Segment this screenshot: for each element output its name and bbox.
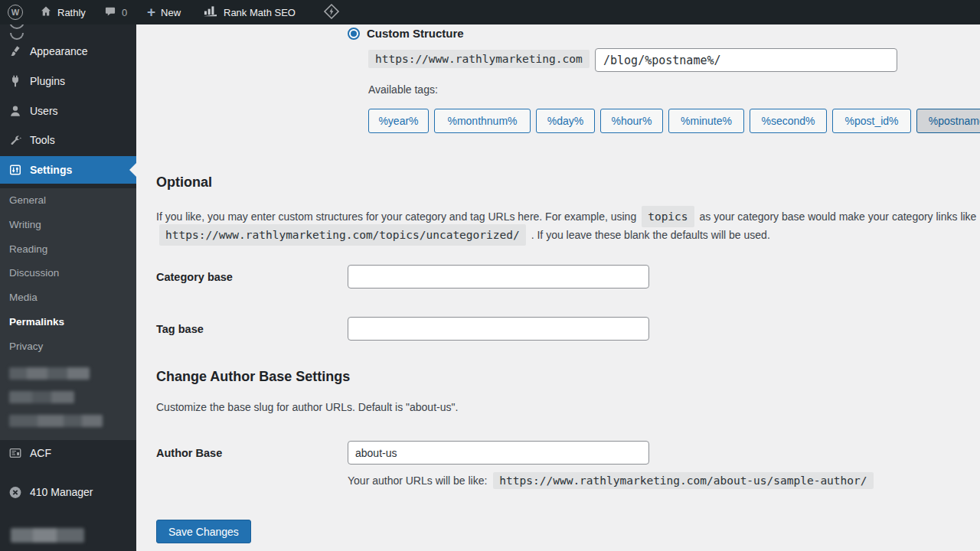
rank-math-chart-icon xyxy=(202,5,218,20)
paintbrush-icon xyxy=(8,44,22,58)
sidebar-item-410-manager[interactable]: 410 Manager xyxy=(0,481,136,504)
submenu-item-discussion[interactable]: Discussion xyxy=(9,267,59,282)
available-tags-label: Available tags: xyxy=(368,83,438,96)
available-tags-row: %year% %monthnum% %day% %hour% %minute% … xyxy=(368,109,980,133)
permalink-structure-input[interactable] xyxy=(595,48,897,72)
site-name-button[interactable]: Rathly xyxy=(40,0,86,24)
author-url-helper: Your author URLs will be like: https://w… xyxy=(348,472,874,489)
sidebar-item-label: Users xyxy=(30,105,58,117)
diamond-bolt-icon xyxy=(323,3,340,22)
category-base-input[interactable] xyxy=(348,265,649,289)
rank-math-label: Rank Math SEO xyxy=(224,7,296,18)
sidebar-item-label: 410 Manager xyxy=(30,486,93,498)
sidebar-item-label: ACF xyxy=(30,447,51,459)
site-url-prefix: https://www.rathlymarketing.com xyxy=(368,50,590,68)
sidebar-item-label: Tools xyxy=(30,134,55,146)
site-name-label: Rathly xyxy=(57,7,86,18)
author-base-input[interactable] xyxy=(348,441,649,465)
comments-button[interactable]: 0 xyxy=(104,0,127,24)
tag-button-second[interactable]: %second% xyxy=(750,109,827,133)
tag-button-postname[interactable]: %postname% xyxy=(916,109,980,133)
save-changes-button[interactable]: Save Changes xyxy=(156,520,251,543)
category-base-label: Category base xyxy=(156,271,233,283)
tag-button-post-id[interactable]: %post_id% xyxy=(832,109,911,133)
sidebar-item-settings[interactable]: Settings xyxy=(0,156,136,184)
sidebar-item-tools[interactable]: Tools xyxy=(0,126,136,154)
optional-text-end: . If you leave these blank the defaults … xyxy=(531,227,770,243)
author-url-example-code: https://www.rathlymarketing.com/about-us… xyxy=(493,472,873,489)
redacted-submenu-item xyxy=(9,415,103,427)
tag-button-minute[interactable]: %minute% xyxy=(668,109,744,133)
rank-math-seo-button[interactable]: Rank Math SEO xyxy=(202,0,296,24)
tag-button-day[interactable]: %day% xyxy=(536,109,595,133)
home-icon xyxy=(40,5,52,20)
author-url-helper-label: Your author URLs will be like: xyxy=(348,474,487,487)
sidebar-item-label: Settings xyxy=(30,164,72,176)
sidebar-item-plugins[interactable]: Plugins xyxy=(0,67,136,95)
submenu-item-reading[interactable]: Reading xyxy=(9,243,47,259)
redacted-submenu-item xyxy=(9,367,90,380)
optional-text-post: as your category base would make your ca… xyxy=(700,208,977,225)
acf-form-icon xyxy=(8,446,22,460)
redacted-plugin-item xyxy=(6,513,83,526)
optional-text-pre: If you like, you may enter custom struct… xyxy=(156,208,636,225)
sidebar-item-users[interactable]: Users xyxy=(0,97,136,125)
sidebar-item-appearance[interactable]: Appearance xyxy=(0,37,136,65)
optional-description-line2: https://www.rathlymarketing.com/topics/u… xyxy=(159,224,770,246)
permalink-settings-content: Custom Structure https://www.rathlymarke… xyxy=(136,24,980,551)
sidebar-item-label: Appearance xyxy=(30,45,88,57)
example-url-code: https://www.rathlymarketing.com/topics/u… xyxy=(159,224,526,246)
admin-sidebar: Appearance Plugins Users Tools Settings … xyxy=(0,24,136,551)
admin-bar: W Rathly 0 + New Rank Math SEO xyxy=(0,0,980,24)
circle-x-icon xyxy=(8,485,22,499)
author-base-label: Author Base xyxy=(156,447,222,459)
plug-icon xyxy=(8,74,22,88)
tag-button-monthnum[interactable]: %monthnum% xyxy=(434,109,531,133)
wordpress-logo-icon: W xyxy=(8,5,23,20)
sidebar-item-label: Plugins xyxy=(30,75,65,87)
submenu-item-permalinks[interactable]: Permalinks xyxy=(9,316,64,331)
submenu-item-media[interactable]: Media xyxy=(9,292,38,307)
author-base-description: Customize the base slug for author URLs.… xyxy=(156,401,458,413)
custom-structure-option: Custom Structure xyxy=(348,27,464,40)
user-icon xyxy=(8,104,22,118)
tag-button-year[interactable]: %year% xyxy=(368,109,429,133)
submenu-item-privacy[interactable]: Privacy xyxy=(9,341,43,356)
tag-button-hour[interactable]: %hour% xyxy=(600,109,663,133)
wrench-icon xyxy=(8,133,22,147)
sidebar-item-acf[interactable]: ACF xyxy=(0,442,136,465)
tag-base-input[interactable] xyxy=(348,317,649,341)
optional-heading: Optional xyxy=(156,174,212,191)
wordpress-menu-button[interactable]: W xyxy=(8,0,23,24)
author-base-heading: Change Author Base Settings xyxy=(156,369,350,385)
submenu-item-general[interactable]: General xyxy=(9,194,46,210)
custom-structure-radio[interactable] xyxy=(348,28,360,40)
redacted-plugin-item xyxy=(11,528,84,543)
tag-base-label: Tag base xyxy=(156,323,204,335)
diamond-bolt-button[interactable] xyxy=(323,0,340,24)
redacted-submenu-item xyxy=(9,391,74,403)
plus-icon: + xyxy=(147,5,155,19)
comments-count: 0 xyxy=(122,7,127,18)
comment-bubble-icon xyxy=(104,5,116,20)
custom-structure-label: Custom Structure xyxy=(367,27,464,40)
settings-submenu: General Writing Reading Discussion Media… xyxy=(0,188,136,440)
submenu-item-writing[interactable]: Writing xyxy=(9,219,41,234)
new-label: New xyxy=(161,7,181,18)
cutoff-menu-icon xyxy=(9,24,24,29)
new-content-button[interactable]: + New xyxy=(147,0,181,24)
settings-sliders-icon xyxy=(8,163,22,177)
